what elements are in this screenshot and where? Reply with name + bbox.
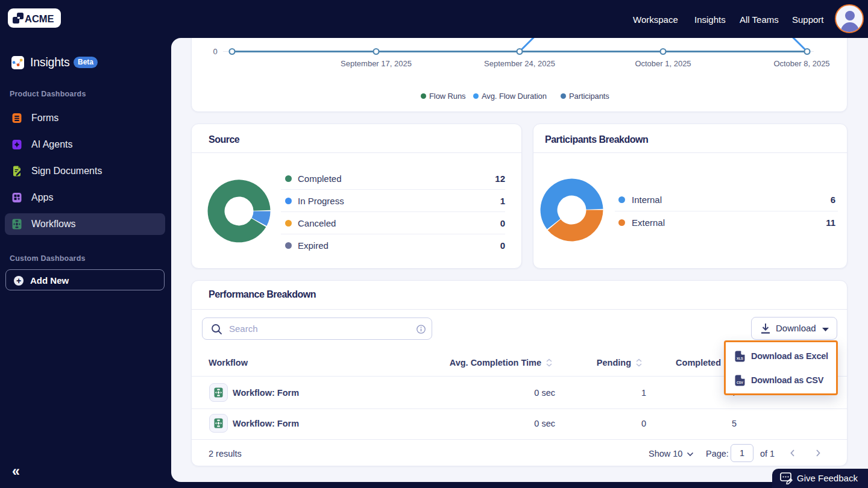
svg-text:CSV: CSV — [737, 381, 743, 384]
svg-text:XLS: XLS — [737, 357, 743, 360]
